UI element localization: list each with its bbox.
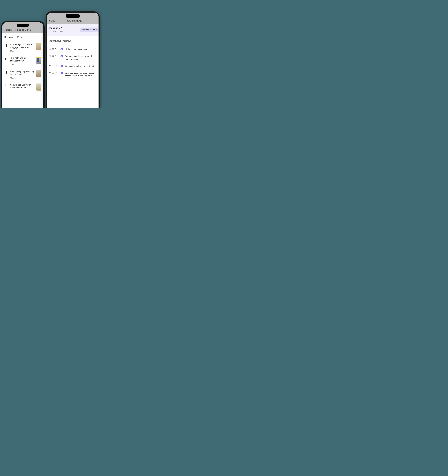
screen-directions: Back Head to Belt 5 3 mins (250m) Walk s…	[2, 22, 43, 108]
event-time: 08:30 PM	[49, 48, 58, 50]
timeline-connector	[62, 57, 62, 62]
side-button	[0, 44, 1, 51]
step-distance: 20m	[10, 50, 34, 52]
event-text: Baggage have been unloaded from the plan…	[65, 55, 96, 60]
step-distance: 10m	[10, 64, 34, 66]
eta-summary: 3 mins (250m)	[2, 33, 43, 40]
event-text: Baggage is on their way to Belt 5	[65, 65, 96, 67]
step-thumbnail	[36, 70, 41, 77]
check-icon	[61, 65, 63, 67]
timeline-node	[60, 48, 63, 51]
event-text: Flight G8 545 has arrived	[65, 48, 96, 51]
direction-step[interactable]: You will see Conveyor Belt 5 at your lef…	[2, 81, 43, 93]
status-badge: Arriving at Belt 5	[80, 28, 98, 32]
timeline-node	[60, 55, 63, 57]
turn-left-icon	[4, 84, 8, 87]
step-thumbnail	[36, 57, 41, 64]
baggage-summary: Baggage 2 ID: 0267349832 Arriving at Bel…	[47, 24, 98, 36]
phone-frame-directions: Back Head to Belt 5 3 mins (250m) Walk s…	[1, 21, 45, 108]
turn-right-icon	[4, 57, 8, 60]
side-button	[0, 38, 1, 41]
side-button	[0, 52, 1, 59]
direction-step[interactable]: Head straight upon exiting the escalator…	[2, 68, 43, 81]
step-distance: 10m	[10, 77, 34, 79]
timeline-event: 08:50 PM Baggage is on their way to Belt…	[49, 62, 96, 69]
timeline-event-current: 08:55 PM Your baggage has been loaded at…	[49, 69, 96, 79]
step-thumbnail	[36, 43, 41, 50]
page-title: Head to Belt 5	[5, 28, 42, 31]
timeline-node	[60, 72, 63, 74]
timeline-node	[60, 65, 63, 67]
timeline-event: 08:50 PM Baggage have been unloaded from…	[49, 53, 96, 62]
dynamic-island	[17, 24, 29, 27]
event-time: 08:50 PM	[49, 55, 58, 57]
direction-step[interactable]: Walk straight and look for Baggage Claim…	[2, 41, 43, 54]
event-time: 08:50 PM	[49, 65, 58, 67]
check-icon	[61, 55, 63, 57]
tracking-timeline: 08:30 PM Flight G8 545 has arrived 08:50…	[47, 44, 98, 79]
eta-distance: (250m)	[14, 36, 22, 39]
timeline-event: 08:30 PM Flight G8 545 has arrived	[49, 46, 96, 53]
side-button	[100, 38, 100, 49]
event-time: 08:55 PM	[49, 72, 58, 74]
dynamic-island	[66, 14, 80, 18]
side-button	[45, 45, 46, 53]
step-thumbnail	[36, 84, 41, 91]
screen-tracking: Back Track Baggage Baggage 2 ID: 0267349…	[47, 12, 98, 108]
side-button	[45, 36, 46, 44]
side-button	[45, 30, 46, 34]
baggage-name: Baggage 2	[49, 27, 64, 29]
arrow-up-icon	[4, 70, 8, 74]
baggage-id: ID: 0267349832	[49, 30, 64, 33]
step-text: Walk straight and look for Baggage Claim…	[10, 43, 34, 49]
directions-list: Walk straight and look for Baggage Claim…	[2, 40, 43, 93]
current-dot-icon	[61, 72, 63, 74]
page-title: Track Baggage	[50, 19, 97, 22]
arrow-up-icon	[4, 43, 8, 47]
phone-frame-tracking: Back Track Baggage Baggage 2 ID: 0267349…	[46, 11, 100, 108]
event-text: Your baggage has been loaded at Belt 5 a…	[65, 72, 96, 77]
section-title: Advanced Tracking	[47, 36, 98, 44]
check-icon	[61, 48, 63, 51]
eta-time: 3 mins	[4, 35, 13, 39]
step-text: Turn right and take escalator down	[10, 57, 34, 62]
step-text: Head straight upon exiting the escalator	[10, 70, 34, 76]
step-text: You will see Conveyor Belt 5 at your lef…	[10, 84, 34, 89]
direction-step[interactable]: Turn right and take escalator down 10m	[2, 54, 43, 68]
